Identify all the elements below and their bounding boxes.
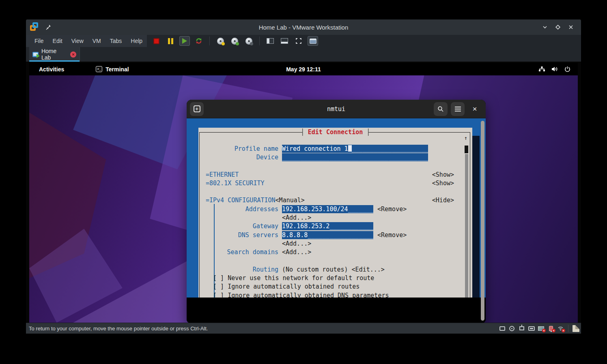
- close-button[interactable]: [566, 23, 575, 32]
- clock[interactable]: May 29 12:11: [29, 66, 578, 73]
- pause-icon: [168, 38, 173, 44]
- routing-label: Routing: [205, 266, 278, 273]
- addresses-add-button[interactable]: <Add...>: [282, 214, 311, 221]
- dns-label: DNS servers: [205, 231, 278, 239]
- ipv4-hide-button[interactable]: <Hide>: [432, 197, 454, 204]
- profile-name-label: Profile name: [205, 145, 278, 152]
- security-show-button[interactable]: <Show>: [432, 180, 454, 187]
- restart-button[interactable]: [194, 36, 204, 46]
- ignore-dns-checkbox[interactable]: [ ]: [213, 292, 224, 299]
- profile-name-input[interactable]: Wired connection 1_____________________: [282, 145, 428, 153]
- vmware-titlebar[interactable]: Home Lab - VMware Workstation: [26, 19, 581, 35]
- power-on-button[interactable]: [179, 36, 190, 46]
- display-error-badge: ×: [542, 329, 546, 332]
- dns-input[interactable]: 8.8.8.8__________________: [282, 231, 373, 239]
- device-label: Device: [205, 154, 278, 161]
- network-wired-icon: [538, 66, 545, 72]
- thumbnail-bar-icon: [281, 38, 288, 44]
- console-view-icon: [310, 39, 316, 44]
- menu-help[interactable]: Help: [126, 35, 147, 47]
- system-status-area[interactable]: [538, 66, 578, 72]
- vmware-window: Home Lab - VMware Workstation File Edit …: [26, 19, 581, 334]
- hard-disk-icon[interactable]: [499, 325, 506, 332]
- ignore-routes-checkbox[interactable]: [ ]: [213, 283, 224, 290]
- stop-icon: [153, 38, 159, 44]
- vmware-logo-icon: [30, 22, 42, 32]
- dns-remove-button[interactable]: <Remove>: [377, 231, 407, 239]
- usb-icon[interactable]: ×: [547, 325, 554, 332]
- menu-edit[interactable]: Edit: [48, 35, 67, 47]
- ipv4-mode-value[interactable]: <Manual>: [276, 197, 305, 204]
- terminal-close-button[interactable]: ×: [468, 102, 482, 116]
- display-icon[interactable]: ×: [538, 325, 545, 332]
- show-library-button[interactable]: [265, 36, 276, 46]
- ignore-routes-label: Ignore automatically obtained routes: [228, 283, 359, 290]
- fullscreen-icon: [295, 38, 302, 44]
- pin-icon: [45, 24, 52, 30]
- window-title: Home Lab - VMware Workstation: [26, 24, 581, 31]
- restart-icon: [195, 37, 202, 45]
- text-cursor: [348, 145, 352, 152]
- suspend-button[interactable]: [165, 36, 176, 46]
- revert-snapshot-button[interactable]: [229, 36, 240, 46]
- search-icon: [437, 106, 444, 112]
- status-message: To return to your computer, move the mou…: [29, 325, 208, 332]
- addresses-remove-button[interactable]: <Remove>: [377, 206, 407, 213]
- message-log-icon[interactable]: [573, 325, 579, 332]
- menu-file[interactable]: File: [30, 35, 48, 47]
- ignore-dns-checkbox-row: [ ] Ignore automatically obtained DNS pa…: [205, 291, 466, 300]
- routing-value: (No custom routes): [282, 266, 348, 273]
- virtual-tab-icon[interactable]: [528, 325, 535, 332]
- play-icon: [182, 38, 187, 44]
- menu-view[interactable]: View: [67, 35, 88, 47]
- power-icon: [564, 66, 570, 72]
- network-adapter-icon[interactable]: [518, 325, 525, 332]
- routing-row: Routing (No custom routes) <Edit...>: [205, 265, 466, 274]
- ignore-dns-label: Ignore automatically obtained DNS parame…: [228, 292, 389, 299]
- minimize-button[interactable]: [540, 23, 549, 32]
- console-view-button[interactable]: [308, 36, 318, 46]
- ipv4-section-label: IPv4 CONFIGURATION: [209, 197, 276, 204]
- gnome-top-bar: Activities >_ Terminal May 29 12:11: [29, 63, 578, 75]
- security-section-row: = 802.1X SECURITY <Show>: [205, 179, 466, 187]
- menu-button[interactable]: [451, 102, 465, 116]
- hamburger-menu-icon: [455, 107, 461, 111]
- power-off-button[interactable]: [151, 36, 161, 46]
- ethernet-section-label: ETHERNET: [209, 171, 239, 178]
- security-section-label: 802.1X SECURITY: [209, 180, 264, 187]
- menu-tabs[interactable]: Tabs: [105, 35, 127, 47]
- gateway-row: Gateway 192.168.253.2____________: [205, 222, 466, 231]
- snapshot-manager-button[interactable]: [243, 36, 254, 46]
- default-route-checkbox[interactable]: [ ]: [213, 274, 224, 282]
- terminal-scrollbar[interactable]: [481, 121, 484, 321]
- default-route-checkbox-row: [ ] Never use this network for default r…: [205, 274, 466, 282]
- device-input[interactable]: ________________________________________: [282, 153, 428, 161]
- addresses-input[interactable]: 192.168.253.100/24_______: [282, 205, 373, 213]
- new-tab-button[interactable]: +: [190, 102, 204, 116]
- take-snapshot-button[interactable]: [215, 36, 226, 46]
- vmware-tabbar: Home Lab ×: [26, 47, 581, 62]
- snapshot-revert-icon: [231, 38, 238, 45]
- search-domains-row: Search domains <Add...>: [205, 248, 466, 257]
- library-panel-icon: [267, 38, 274, 44]
- routing-edit-button[interactable]: <Edit...>: [352, 266, 385, 273]
- ethernet-show-button[interactable]: <Show>: [432, 171, 454, 178]
- search-button[interactable]: [434, 102, 448, 116]
- menu-vm[interactable]: VM: [88, 35, 105, 47]
- terminal-titlebar[interactable]: + nmtui ×: [187, 100, 486, 118]
- dns-add-button[interactable]: <Add...>: [282, 240, 311, 247]
- new-tab-icon: +: [194, 105, 200, 112]
- nmtui-dialog: Edit Connection ↑ Profile name Wired con…: [198, 128, 472, 298]
- fullscreen-button[interactable]: [293, 36, 304, 46]
- wifi-icon[interactable]: ×: [557, 325, 564, 332]
- search-domains-add-button[interactable]: <Add...>: [282, 248, 311, 256]
- maximize-button[interactable]: [553, 23, 562, 32]
- show-thumbnail-bar-button[interactable]: [279, 36, 290, 46]
- device-row: Device _________________________________…: [205, 153, 466, 161]
- gateway-input[interactable]: 192.168.253.2____________: [282, 222, 373, 230]
- snapshot-manager-icon: [245, 38, 252, 45]
- cd-rom-icon[interactable]: [508, 325, 515, 332]
- vm-tab-home-lab[interactable]: Home Lab ×: [29, 47, 80, 62]
- tab-close-button[interactable]: ×: [70, 51, 76, 58]
- profile-name-row: Profile name Wired connection 1_________…: [205, 144, 466, 153]
